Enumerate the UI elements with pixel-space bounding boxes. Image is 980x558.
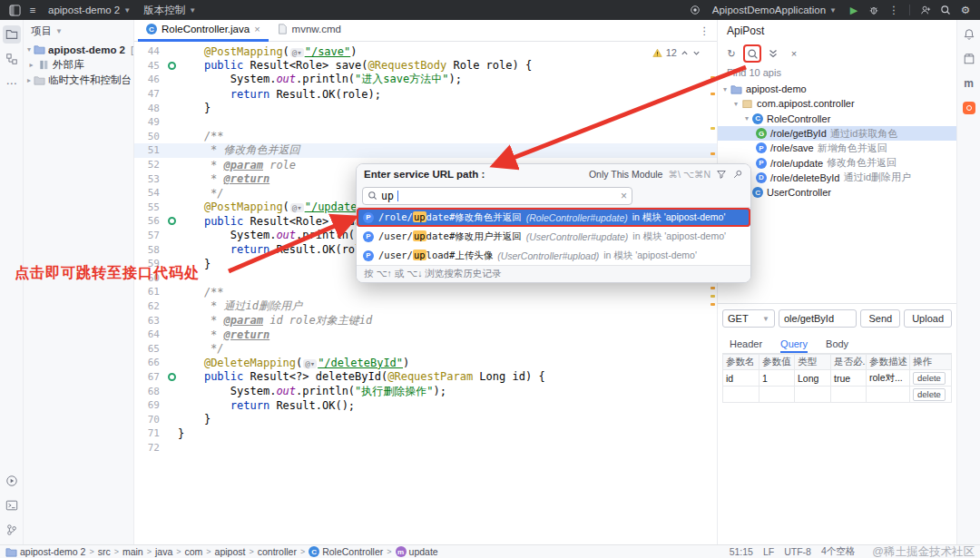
run-button[interactable]: ▶ (845, 2, 863, 18)
api-tree-item[interactable]: ▾CRoleController (718, 112, 956, 126)
table-cell[interactable] (795, 387, 831, 403)
table-cell[interactable] (867, 387, 910, 403)
code-line[interactable]: 63 * @param id role对象主键id (134, 313, 717, 328)
line-number[interactable]: 48 (134, 103, 165, 114)
maven-icon[interactable]: m (960, 74, 978, 93)
api-tree-item[interactable]: D/role/deleteById通过id删除用户 (718, 171, 956, 185)
line-number[interactable]: 58 (134, 244, 165, 256)
next-problem-icon[interactable] (692, 49, 701, 57)
status-widget[interactable]: 4个空格 (821, 545, 855, 558)
line-number[interactable]: 65 (134, 343, 165, 355)
clear-icon[interactable]: × (621, 190, 627, 202)
run-tool-icon[interactable] (3, 472, 21, 490)
collapse-icon[interactable]: × (785, 44, 803, 63)
notifications-bell-icon[interactable] (960, 25, 978, 44)
code-line[interactable]: 46 System.out.println("进入save方法中"); (134, 73, 717, 87)
breadcrumb-item[interactable]: main (122, 546, 143, 557)
api-tree-item[interactable]: P/role/update修改角色并返回 (718, 155, 956, 170)
request-tab-query[interactable]: Query (780, 336, 808, 353)
more-actions-icon[interactable]: ⋮ (885, 2, 903, 18)
expand-all-icon[interactable] (764, 44, 782, 63)
breadcrumb-item[interactable]: apipost (215, 546, 246, 557)
table-cell[interactable]: Long (795, 370, 831, 387)
code-line[interactable]: 68 System.out.println("执行删除操作"); (134, 384, 717, 398)
line-number[interactable]: 68 (134, 386, 165, 397)
code-line[interactable]: 67 public Result<?> deleteById(@RequestP… (134, 370, 717, 385)
more-tool-windows-icon[interactable]: ⋯ (3, 74, 21, 93)
table-cell[interactable] (723, 387, 760, 403)
project-tree-item[interactable]: ▸临时文件和控制台 (24, 73, 133, 88)
line-number[interactable]: 46 (134, 73, 165, 85)
breadcrumb-item[interactable]: controller (258, 546, 297, 557)
main-menu-icon[interactable]: ≡ (24, 2, 42, 18)
code-line[interactable]: 50 /** (134, 130, 717, 144)
breadcrumb-item[interactable]: java (155, 546, 172, 557)
code-line[interactable]: 51 * 修改角色并返回 (134, 143, 717, 158)
line-number[interactable]: 54 (134, 187, 165, 199)
code-line[interactable]: 71} (134, 426, 717, 441)
code-line[interactable]: 44 @PostMapping(@▾"/save") (134, 44, 717, 59)
run-config-selector[interactable]: ApipostDemoApplication ▼ (706, 2, 843, 18)
table-cell[interactable]: true (831, 370, 867, 387)
code-line[interactable]: 72 (134, 441, 717, 455)
chevron-expanded-icon[interactable]: ▾ (745, 114, 749, 122)
request-tab-header[interactable]: Header (730, 336, 762, 353)
line-number[interactable]: 57 (134, 230, 165, 241)
code-with-me-icon[interactable] (916, 2, 935, 18)
refresh-icon[interactable]: ↻ (722, 44, 740, 63)
code-line[interactable]: 69 return Result.OK(); (134, 398, 717, 413)
api-tree-item[interactable]: G/role/getById通过id获取角色 (718, 126, 956, 141)
popup-search-input[interactable]: up × (362, 187, 632, 205)
line-number[interactable]: 69 (134, 399, 165, 411)
api-tree-item[interactable]: ▾apipost-demo (718, 82, 956, 96)
debug-button[interactable] (865, 2, 883, 18)
structure-tool-icon[interactable] (3, 50, 21, 68)
git-tool-icon[interactable] (3, 521, 21, 539)
line-number[interactable]: 56 (134, 215, 165, 227)
vcs-widget[interactable]: 版本控制 ▼ (137, 2, 202, 18)
line-number[interactable]: 52 (134, 159, 165, 171)
breadcrumb-item[interactable]: com (184, 546, 202, 557)
chevron-collapsed-icon[interactable]: ▸ (27, 76, 31, 84)
code-line[interactable]: 65 */ (134, 341, 717, 356)
status-widget[interactable]: UTF-8 (784, 546, 811, 557)
line-number[interactable]: 70 (134, 414, 165, 426)
project-tree-item[interactable]: ▸外部库 (24, 57, 133, 73)
inspections-widget[interactable]: 12 (649, 46, 704, 59)
status-widget[interactable]: 51:15 (730, 546, 753, 557)
line-number[interactable]: 62 (134, 300, 165, 312)
method-select[interactable]: GET ▼ (722, 309, 775, 328)
table-cell[interactable]: 1 (760, 370, 795, 387)
table-cell[interactable] (831, 387, 867, 403)
search-icon[interactable] (743, 44, 761, 63)
code-line[interactable]: 47 return Result.OK(role); (134, 87, 717, 102)
line-number[interactable]: 51 (134, 144, 165, 156)
editor-tab[interactable]: mvnw.cmd (269, 20, 349, 42)
table-cell[interactable]: role对... (867, 370, 910, 387)
table-cell[interactable] (760, 387, 795, 403)
code-line[interactable]: 61 /** (134, 285, 717, 299)
url-input[interactable]: ole/getById (779, 309, 857, 328)
breadcrumb-item[interactable]: src (98, 546, 111, 557)
line-number[interactable]: 61 (134, 286, 165, 298)
project-tree-item[interactable]: ▾apipost-demo 2[ap (24, 42, 133, 57)
code-line[interactable]: 45 public Result<Role> save(@RequestBody… (134, 59, 717, 73)
line-number[interactable]: 55 (134, 201, 165, 213)
search-everywhere-icon[interactable] (936, 2, 955, 18)
chevron-expanded-icon[interactable]: ▾ (27, 45, 31, 54)
line-number[interactable]: 66 (134, 357, 165, 368)
line-number[interactable]: 63 (134, 315, 165, 327)
filter-funnel-icon[interactable] (716, 169, 727, 180)
line-number[interactable]: 67 (134, 371, 165, 383)
code-line[interactable]: 66 @DeleteMapping(@▾"/deleteById") (134, 356, 717, 370)
api-tree-item[interactable]: P/role/save新增角色并返回 (718, 141, 956, 155)
code-line[interactable]: 62 * 通过id删除用户 (134, 299, 717, 314)
popup-result-row[interactable]: P/user/update#修改用户并返回(UserController#upd… (357, 227, 750, 246)
line-number[interactable]: 44 (134, 45, 165, 57)
prev-problem-icon[interactable] (681, 49, 689, 57)
api-gutter-icon[interactable] (168, 373, 176, 381)
project-panel-title[interactable]: 项目 (31, 24, 52, 38)
tab-options-icon[interactable]: ⋮ (692, 24, 718, 37)
app-logo-icon[interactable] (5, 2, 24, 18)
line-number[interactable]: 71 (134, 427, 165, 439)
